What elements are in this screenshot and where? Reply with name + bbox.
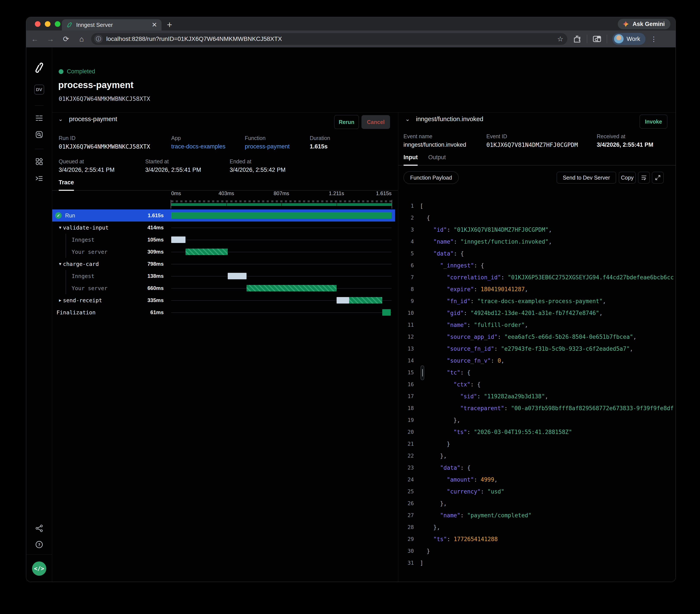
trace-row-inngest[interactable]: ▾Inngest105ms [52, 234, 395, 246]
span-bar-light[interactable] [171, 236, 186, 243]
forward-icon[interactable]: → [46, 35, 55, 43]
dev-code-button[interactable]: </> [32, 561, 46, 576]
sidebar-item-help[interactable]: ? [26, 540, 52, 549]
send-to-dev-server-button[interactable]: Send to Dev Server [557, 172, 616, 183]
code-line: 17"sid": "119282aa29b3d138", [398, 390, 676, 402]
chevron-down-icon[interactable]: ▾ [57, 225, 63, 230]
trace-row-send-receipt[interactable]: ▸send-receipt335ms [52, 294, 395, 306]
code-line: 28}, [398, 521, 676, 533]
trace-row-label: Inngest [72, 273, 95, 279]
maximize-window-button[interactable] [55, 21, 60, 27]
code-line: 21} [398, 438, 676, 450]
collapse-chevron-icon[interactable]: ⌄ [405, 116, 410, 123]
profile-chip[interactable]: Work [612, 33, 646, 45]
span-bar-solid[interactable] [382, 309, 390, 316]
function-payload-pill[interactable]: Function Payload [403, 171, 459, 184]
home-icon[interactable]: ⌂ [77, 35, 86, 43]
trace-row-charge-card[interactable]: ▾charge-card798ms [52, 258, 395, 270]
trace-row-inngest[interactable]: ▾Inngest138ms [52, 270, 395, 282]
tab-title: Inngest Server [76, 22, 148, 28]
new-tab-button[interactable]: + [167, 20, 172, 30]
sidebar-item-share[interactable] [26, 524, 52, 532]
minimize-window-button[interactable] [45, 21, 50, 27]
code-line: 22}, [398, 450, 676, 462]
url-text: localhost:8288/run?runID=01KJX6Q7W64NMKM… [106, 36, 557, 42]
axis-tick-label: 807ms [274, 190, 289, 196]
invoke-button[interactable]: Invoke [640, 115, 667, 128]
status-badge: Completed [67, 68, 95, 75]
trace-row-duration: 61ms [150, 306, 164, 319]
sidebar-item-events[interactable] [26, 131, 52, 139]
app-link[interactable]: trace-docs-examples [171, 143, 226, 150]
json-code-editor[interactable]: 1[2{3"id": "01KJX6Q7V81N4DMZ7HFJ0CGPDM",… [398, 200, 676, 569]
tab-input[interactable]: Input [403, 154, 418, 165]
event-name-value: inngest/function.invoked [403, 141, 466, 148]
chevron-right-icon[interactable]: ▸ [57, 297, 63, 303]
browser-menu-icon[interactable]: ⋮ [651, 35, 657, 43]
tab-search-icon[interactable] [592, 35, 601, 43]
toolbar-divider [587, 35, 587, 43]
rerun-button[interactable]: Rerun [334, 115, 359, 129]
collapse-chevron-icon[interactable]: ⌄ [58, 116, 63, 123]
url-bar[interactable]: ⓘ localhost:8288/run?runID=01KJX6Q7W64NM… [91, 33, 567, 45]
ask-gemini-button[interactable]: Ask Gemini [618, 19, 670, 29]
minimap-bar [171, 203, 391, 206]
span-bar-light[interactable] [228, 273, 247, 279]
tab-close-icon[interactable]: ✕ [152, 22, 157, 28]
trace-row-label: charge-card [63, 261, 99, 267]
span-bar-run[interactable] [171, 212, 391, 219]
copy-button[interactable]: Copy [619, 172, 636, 183]
sidebar-item-runs[interactable] [26, 115, 52, 121]
trace-row-label: Your server [72, 249, 108, 255]
span-bar-hatch[interactable] [186, 248, 228, 255]
code-line: 19}, [398, 414, 676, 426]
apps-icon [35, 158, 43, 166]
tab-output[interactable]: Output [428, 154, 446, 165]
timeline-minimap[interactable] [171, 200, 391, 210]
function-link[interactable]: process-payment [245, 143, 290, 150]
span-bar-hatch[interactable] [349, 297, 382, 304]
run-id: 01KJX6Q7W64NMKMWBNKCJ58XTX [59, 95, 150, 102]
close-window-button[interactable] [35, 21, 40, 27]
browser-tab[interactable]: Inngest Server ✕ [62, 19, 161, 30]
browser-tabstrip: Inngest Server ✕ + Ask Gemini [26, 17, 676, 30]
inngest-logo-icon[interactable] [26, 63, 52, 73]
line-number: 1 [398, 203, 414, 209]
code-line: 20"ts": "2026-03-04T19:55:41.288158Z" [398, 426, 676, 438]
trace-row-validate-input[interactable]: ▾validate-input414ms [52, 221, 395, 234]
sidebar-item-functions[interactable] [26, 175, 52, 182]
span-bar-light[interactable] [337, 297, 349, 304]
site-info-icon[interactable]: ⓘ [94, 35, 103, 43]
cancel-button[interactable]: Cancel [361, 115, 390, 129]
code-text: "correlation_id": "01KJX6P53EB6C2752XGSE… [420, 274, 674, 281]
word-wrap-button[interactable] [638, 172, 650, 183]
code-line: 11"name": "fulfill-order", [398, 319, 676, 331]
trace-row-finalization[interactable]: ▾Finalization61ms [52, 306, 395, 319]
back-icon[interactable]: ← [30, 35, 40, 43]
extensions-icon[interactable] [573, 35, 582, 43]
span-bar-hatch[interactable] [247, 285, 337, 291]
chevron-down-icon[interactable]: ▾ [57, 261, 63, 267]
trace-row-timeline [171, 234, 391, 246]
trace-row-run[interactable]: ✓Run1.615s [52, 209, 395, 221]
trace-row-your-server[interactable]: ▾Your server309ms [52, 246, 395, 258]
tab-trace[interactable]: Trace [59, 179, 74, 190]
started-at-value: 3/4/2026, 2:55:41 PM [145, 167, 201, 173]
trace-row-timeline [171, 270, 391, 282]
code-line: 23"data": { [398, 462, 676, 474]
reload-icon[interactable]: ⟳ [61, 35, 71, 43]
trace-row-duration: 798ms [147, 258, 164, 270]
queued-at-value: 3/4/2026, 2:55:41 PM [59, 167, 114, 173]
trace-row-your-server[interactable]: ▾Your server660ms [52, 282, 395, 294]
workspace-badge[interactable]: DV [26, 85, 52, 94]
sidebar-item-apps[interactable] [26, 158, 52, 166]
bookmark-star-icon[interactable]: ☆ [557, 35, 563, 43]
expand-button[interactable] [652, 172, 664, 183]
toolbar-divider [607, 35, 607, 43]
line-number: 11 [398, 322, 414, 328]
app-sidebar: DV ? [26, 47, 52, 582]
panel-resize-handle[interactable] [421, 366, 424, 380]
code-text: "ctx": { [420, 381, 480, 388]
word-wrap-icon [641, 175, 647, 181]
status-dot-icon [59, 69, 63, 74]
